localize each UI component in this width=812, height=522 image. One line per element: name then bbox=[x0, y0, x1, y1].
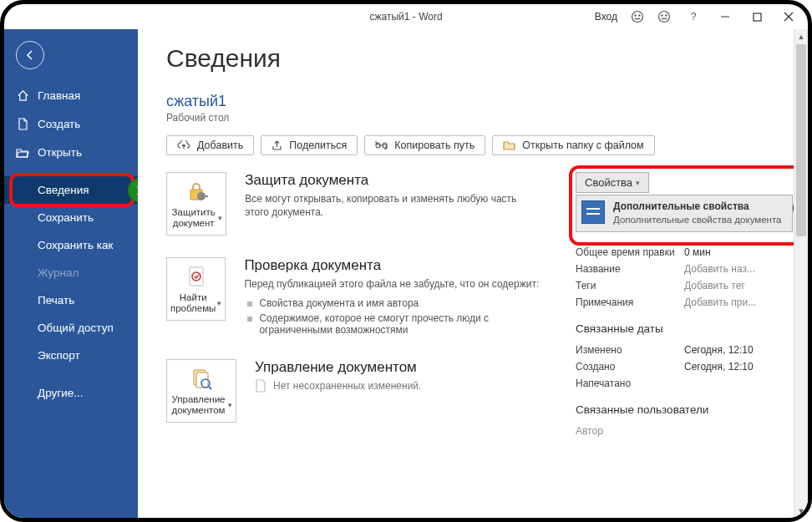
upload-button[interactable]: Добавить bbox=[166, 135, 254, 155]
svg-point-2 bbox=[639, 15, 640, 16]
sidebar-item-save[interactable]: Сохранить bbox=[4, 204, 138, 231]
prop-key: Изменено bbox=[576, 344, 684, 356]
folder-open-icon bbox=[16, 145, 29, 159]
manage-icon bbox=[189, 366, 214, 391]
sidebar-item-label: Сохранить bbox=[38, 211, 94, 224]
sidebar-item-print[interactable]: Печать bbox=[4, 286, 138, 314]
share-icon bbox=[272, 140, 282, 151]
manage-desc: Нет несохраненных изменений. bbox=[273, 380, 421, 392]
svg-point-4 bbox=[662, 15, 662, 16]
sidebar-item-export[interactable]: Экспорт bbox=[4, 342, 138, 369]
prop-key: Автор bbox=[576, 425, 684, 437]
titlebar: сжатый1 - Word Вход ? bbox=[4, 4, 808, 29]
inspect-icon bbox=[184, 264, 209, 289]
sidebar-item-saveas[interactable]: Сохранить как bbox=[4, 231, 138, 259]
advanced-props-sub: Дополнительные свойства документа bbox=[613, 214, 781, 226]
sidebar-item-label: Общий доступ bbox=[38, 322, 114, 334]
sidebar-item-home[interactable]: Главная bbox=[4, 81, 138, 109]
properties-dropdown[interactable]: Свойства▾ bbox=[576, 172, 649, 193]
prop-value: Сегодня, 12:10 bbox=[684, 361, 754, 372]
sidebar-item-label: Создать bbox=[38, 118, 80, 130]
protect-section: Защитить документ▾ Защита документа Все … bbox=[166, 172, 542, 236]
sidebar-item-open[interactable]: Открыть bbox=[4, 138, 138, 166]
svg-rect-15 bbox=[204, 195, 208, 197]
scrollbar[interactable]: ▲ ▼ bbox=[794, 29, 808, 518]
openfolder-button[interactable]: Открыть папку с файлом bbox=[492, 135, 654, 155]
inspect-section: Найти проблемы▾ Проверка документа Перед… bbox=[166, 257, 542, 337]
scroll-down-icon[interactable]: ▼ bbox=[794, 504, 808, 518]
prop-key: Название bbox=[576, 263, 684, 275]
sidebar-item-label: Другие... bbox=[38, 387, 83, 399]
minimize-button[interactable] bbox=[709, 5, 741, 28]
prop-value-hint[interactable]: Добавить наз... bbox=[684, 263, 755, 275]
prop-value-hint[interactable]: Добавить тег bbox=[684, 280, 745, 291]
document-name: сжатый1 bbox=[166, 93, 793, 110]
action-bar: Добавить Поделиться Копировать путь Откр… bbox=[166, 135, 793, 155]
help-icon[interactable]: ? bbox=[678, 5, 709, 28]
link-icon bbox=[375, 141, 388, 150]
sidebar-item-more[interactable]: Другие... bbox=[4, 379, 138, 407]
inspect-document-button[interactable]: Найти проблемы▾ bbox=[166, 257, 226, 321]
share-button[interactable]: Поделиться bbox=[261, 135, 358, 155]
sidebar-item-label: Печать bbox=[38, 294, 74, 307]
prop-value-hint[interactable]: Добавить при... bbox=[684, 296, 756, 308]
signin-link[interactable]: Вход bbox=[595, 11, 617, 23]
face-happy-icon[interactable] bbox=[624, 5, 651, 28]
prop-key: Общее время правки bbox=[576, 246, 684, 258]
protect-desc: Все могут открывать, копировать и изменя… bbox=[245, 192, 542, 219]
inspect-desc: Перед публикацией этого файла не забудьт… bbox=[244, 277, 542, 291]
svg-point-0 bbox=[632, 12, 643, 23]
sidebar-item-label: Экспорт bbox=[38, 349, 80, 362]
close-button[interactable] bbox=[773, 5, 804, 28]
prop-key: Создано bbox=[576, 361, 684, 372]
prop-value: 0 мин bbox=[684, 246, 711, 258]
face-sad-icon[interactable] bbox=[651, 5, 678, 28]
prop-value: Сегодня, 12:10 bbox=[684, 344, 754, 356]
protect-title: Защита документа bbox=[245, 172, 542, 189]
sidebar-item-label: Журнал bbox=[38, 266, 79, 279]
inspect-bullet: Свойства документа и имя автора bbox=[244, 296, 542, 311]
manage-title: Управление документом bbox=[255, 359, 421, 376]
window-title: сжатый1 - Word bbox=[369, 11, 442, 23]
cloud-upload-icon bbox=[177, 140, 190, 150]
svg-point-1 bbox=[635, 15, 636, 16]
prop-key: Теги bbox=[576, 280, 684, 291]
properties-dialog-icon bbox=[581, 200, 605, 224]
document-dim-icon bbox=[255, 379, 266, 393]
scroll-up-icon[interactable]: ▲ bbox=[794, 29, 808, 43]
sidebar-item-share[interactable]: Общий доступ bbox=[4, 314, 138, 342]
prop-key: Примечания bbox=[576, 296, 684, 308]
related-people-heading: Связанные пользователи bbox=[576, 403, 793, 416]
file-icon bbox=[16, 117, 29, 130]
svg-rect-7 bbox=[754, 13, 761, 21]
sidebar-item-info[interactable]: Сведения 1 bbox=[4, 176, 138, 204]
back-button[interactable] bbox=[16, 41, 44, 69]
lock-icon bbox=[184, 179, 209, 204]
advanced-props-title: Дополнительные свойства bbox=[613, 200, 781, 214]
prop-key: Напечатано bbox=[576, 378, 684, 389]
manage-section: Управление документом▾ Управление докуме… bbox=[166, 359, 542, 423]
svg-point-3 bbox=[659, 12, 670, 23]
svg-point-5 bbox=[666, 15, 667, 16]
maximize-button[interactable] bbox=[741, 5, 773, 28]
page-title: Сведения bbox=[166, 44, 793, 73]
main-panel: Сведения сжатый1 Рабочий стол Добавить П… bbox=[138, 29, 808, 518]
sidebar-item-label: Сведения bbox=[38, 184, 89, 196]
folder-icon bbox=[503, 140, 515, 150]
sidebar-item-label: Открыть bbox=[38, 146, 82, 159]
home-icon bbox=[16, 89, 29, 102]
related-dates-heading: Связанные даты bbox=[576, 322, 793, 335]
sidebar-item-label: Главная bbox=[38, 89, 80, 102]
properties-panel: 2 Свойства▾ Дополнительные свойства Допо… bbox=[576, 172, 793, 439]
sidebar-item-label: Сохранить как bbox=[38, 239, 113, 251]
manage-document-button[interactable]: Управление документом▾ bbox=[166, 359, 236, 423]
sidebar-item-history: Журнал bbox=[4, 259, 138, 286]
copypath-button[interactable]: Копировать путь bbox=[364, 135, 485, 155]
inspect-title: Проверка документа bbox=[244, 257, 542, 274]
document-location: Рабочий стол bbox=[166, 112, 793, 124]
scroll-thumb[interactable] bbox=[796, 44, 806, 236]
inspect-bullet: Содержимое, которое не смогут прочесть л… bbox=[244, 311, 542, 337]
protect-document-button[interactable]: Защитить документ▾ bbox=[166, 172, 226, 236]
sidebar-item-new[interactable]: Создать bbox=[4, 109, 138, 138]
properties-menu-item[interactable]: Дополнительные свойства Дополнительные с… bbox=[576, 195, 793, 232]
